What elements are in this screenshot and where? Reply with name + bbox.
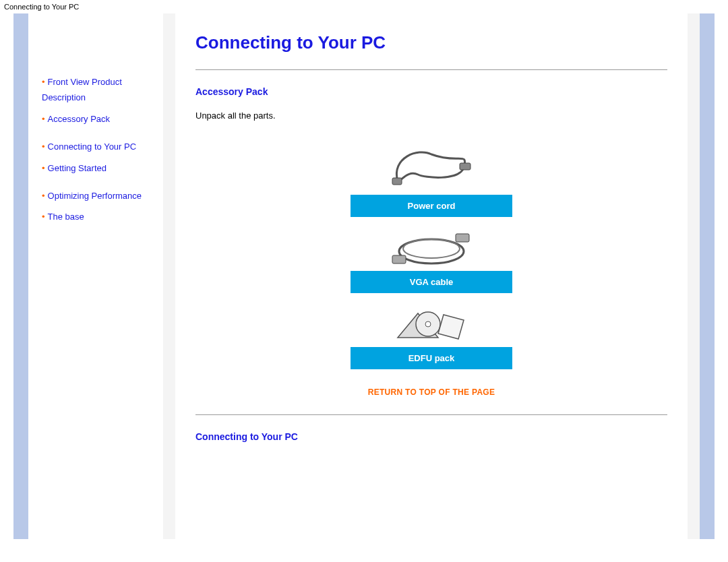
content-outer: Connecting to Your PC Accessory Pack Unp… [163,13,700,539]
bullet-icon: • [42,163,45,173]
sidebar-link[interactable]: The base [48,212,84,222]
accessory-item-vga-cable: VGA cable [351,226,512,293]
content: Connecting to Your PC Accessory Pack Unp… [175,13,688,539]
sidebar-item-connecting[interactable]: •Connecting to Your PC [42,139,155,154]
svg-point-3 [403,239,460,258]
accessory-label: Power cord [351,195,512,217]
left-stripe [13,13,28,539]
sidebar-item-getting-started[interactable]: •Getting Started [42,160,155,176]
accessory-list: Power cord VGA cable [351,141,512,369]
footer-file-path: file:///F|/lcd/manual/ENGLISH/150S8/inst… [4,535,283,539]
section-heading-accessory: Accessory Pack [195,86,667,97]
return-to-top-link[interactable]: RETURN TO TOP OF THE PAGE [368,387,495,397]
svg-point-8 [425,321,431,327]
sidebar-item-front-view[interactable]: •Front View Product Description [42,74,155,106]
sidebar-link[interactable]: Accessory Pack [48,114,110,124]
page-title: Connecting to Your PC [195,32,667,53]
sidebar-item-accessory-pack[interactable]: •Accessory Pack [42,111,155,127]
edfu-pack-icon [351,303,512,347]
sidebar-item-optimizing[interactable]: •Optimizing Performance [42,188,155,204]
bullet-icon: • [42,114,45,124]
sidebar-nav: •Front View Product Description •Accesso… [28,13,163,539]
accessory-item-power-cord: Power cord [351,141,512,217]
return-to-top[interactable]: RETURN TO TOP OF THE PAGE [195,387,667,397]
sidebar-link[interactable]: Connecting to Your PC [48,142,137,152]
main-area: •Front View Product Description •Accesso… [13,13,715,539]
intro-text: Unpack all the parts. [195,111,667,121]
svg-rect-5 [456,234,469,242]
bullet-icon: • [42,212,45,222]
svg-rect-0 [392,178,402,185]
bullet-icon: • [42,77,45,87]
right-stripe [700,13,715,539]
svg-rect-4 [392,255,406,263]
sidebar-link[interactable]: Optimizing Performance [48,191,142,201]
divider [195,414,667,415]
sidebar-link[interactable]: Front View Product Description [42,77,122,102]
divider [195,69,667,70]
vga-cable-icon [351,226,512,271]
accessory-label: EDFU pack [351,347,512,369]
power-cord-icon [351,141,512,195]
page-wrapper: •Front View Product Description •Accesso… [13,13,715,539]
window-title: Connecting to Your PC [0,0,728,13]
bullet-icon: • [42,142,45,152]
sidebar-item-the-base[interactable]: •The base [42,209,155,224]
svg-marker-9 [438,315,464,339]
bullet-icon: • [42,191,45,201]
svg-rect-1 [460,163,471,170]
section-heading-connecting: Connecting to Your PC [195,431,667,442]
accessory-label: VGA cable [351,271,512,293]
accessory-item-edfu-pack: EDFU pack [351,303,512,369]
sidebar-link[interactable]: Getting Started [48,163,107,173]
